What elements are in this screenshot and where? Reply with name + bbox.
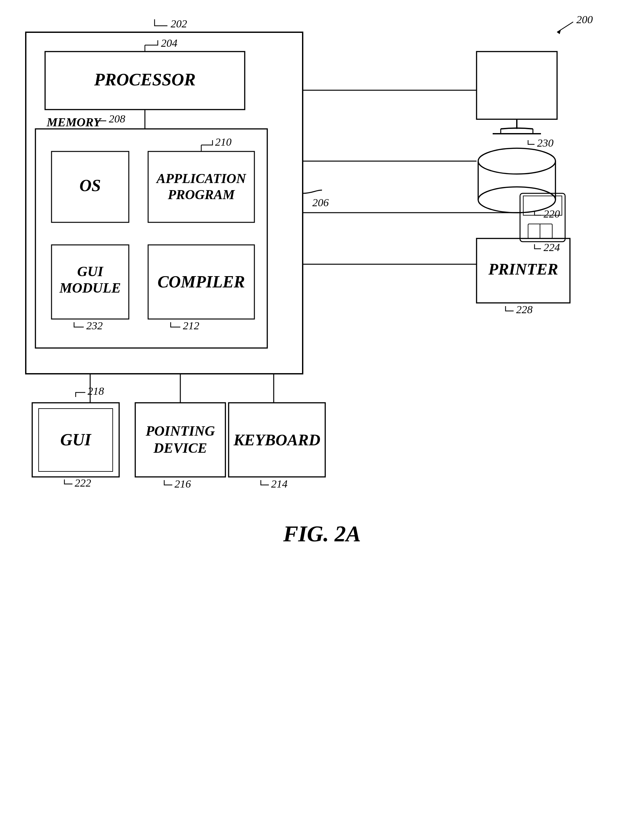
ref-222-line xyxy=(64,479,72,484)
gui-module-label1: GUI xyxy=(77,264,104,280)
figure-caption: FIG. 2A xyxy=(283,521,360,546)
processor-label: PROCESSOR xyxy=(94,70,195,89)
gui-ext-label: GUI xyxy=(60,430,92,449)
ref-230-line xyxy=(528,140,535,144)
ref-212-line xyxy=(171,322,180,327)
gui-module-label2: MODULE xyxy=(59,280,121,296)
ref-206-line xyxy=(303,190,322,194)
pointing-device-label1: POINTING xyxy=(145,423,215,439)
cylinder-top xyxy=(478,148,555,174)
ref-202-label: 202 xyxy=(171,18,187,30)
ref-220-label: 220 xyxy=(544,208,560,220)
ref-200-label: 200 xyxy=(577,14,593,25)
ref-222-label: 222 xyxy=(75,477,91,489)
ref-202-line xyxy=(155,19,167,26)
ref-232-line xyxy=(74,322,84,327)
ref-212-label: 212 xyxy=(183,320,199,332)
ref-224-line xyxy=(535,244,541,249)
ref-218-label: 218 xyxy=(87,385,104,397)
ref-218-line xyxy=(76,392,85,397)
keyboard-label: KEYBOARD xyxy=(233,431,320,449)
ref-228-line xyxy=(506,306,514,311)
os-label: OS xyxy=(80,176,101,195)
memory-box xyxy=(35,129,267,348)
memory-label: MEMORY xyxy=(46,115,102,129)
ref-210-line2 xyxy=(201,140,213,145)
app-program-label2: PROGRAM xyxy=(167,187,235,202)
pointing-device-box xyxy=(135,403,225,477)
ref-230-label: 230 xyxy=(537,137,554,149)
ref-214-label: 214 xyxy=(271,478,288,490)
ref-224-label: 224 xyxy=(544,241,560,253)
pointing-device-label2: DEVICE xyxy=(153,440,207,456)
ref-228-label: 228 xyxy=(516,304,533,315)
ref-220-line xyxy=(535,211,541,215)
ref-206-label: 206 xyxy=(312,197,329,209)
ref-210-label: 210 xyxy=(215,136,232,148)
ref-204-label: 204 xyxy=(161,37,178,49)
ref-232-label: 232 xyxy=(86,320,103,332)
ref-216-line xyxy=(164,480,172,485)
app-program-label1: APPLICATION xyxy=(155,171,246,186)
ref-208-label: 208 xyxy=(109,113,125,125)
monitor-box xyxy=(477,52,557,119)
ref-216-label: 216 xyxy=(175,478,191,490)
ref-204-line2 xyxy=(145,40,158,45)
ref-200-arrowhead xyxy=(557,30,561,34)
printer-label: PRINTER xyxy=(488,260,558,278)
app-program-box xyxy=(148,151,255,222)
compiler-label: COMPILER xyxy=(158,273,245,291)
ref-214-line xyxy=(261,480,269,485)
